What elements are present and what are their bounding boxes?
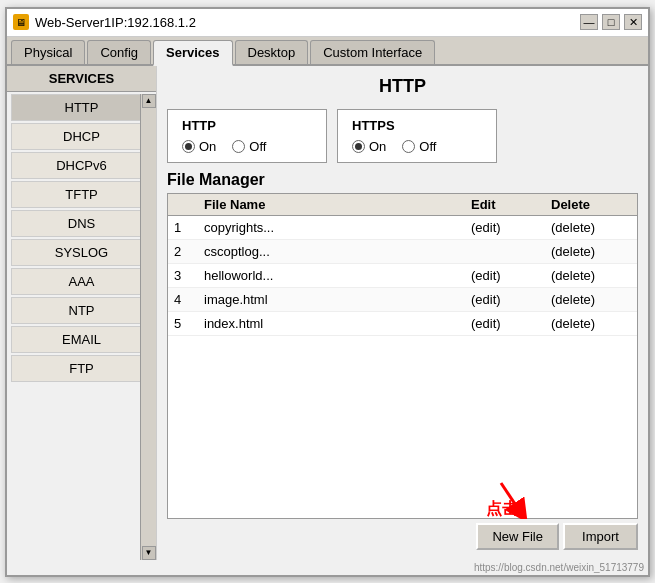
http-off-radio[interactable] [232,140,245,153]
sidebar-item-email[interactable]: EMAIL [11,326,152,353]
minimize-button[interactable]: — [580,14,598,30]
sidebar-item-tftp[interactable]: TFTP [11,181,152,208]
sidebar-item-dhcp[interactable]: DHCP [11,123,152,150]
file-table-header: File Name Edit Delete [168,194,637,216]
arrow-icon [493,479,533,519]
https-on-option[interactable]: On [352,139,386,154]
title-controls: — □ ✕ [580,14,642,30]
row5-edit[interactable]: (edit) [471,316,551,331]
table-row: 3 helloworld... (edit) (delete) [168,264,637,288]
row3-num: 3 [174,268,204,283]
service-panel: HTTP HTTP On Off [157,66,648,560]
sidebar-item-aaa[interactable]: AAA [11,268,152,295]
file-table: File Name Edit Delete 1 copyrights... (e… [167,193,638,519]
row3-delete[interactable]: (delete) [551,268,631,283]
file-manager-title: File Manager [167,171,638,189]
main-window: 🖥 Web-Server1IP:192.168.1.2 — □ ✕ Physic… [5,7,650,577]
sidebar: SERVICES HTTP DHCP DHCPv6 TFTP DNS SYSLO… [7,66,157,560]
col-num [174,197,204,212]
tab-physical[interactable]: Physical [11,40,85,64]
arrow-container [493,479,533,522]
https-on-radio[interactable] [352,140,365,153]
row1-edit[interactable]: (edit) [471,220,551,235]
scroll-down-button[interactable]: ▼ [142,546,156,560]
sidebar-item-http[interactable]: HTTP [11,94,152,121]
title-bar: 🖥 Web-Server1IP:192.168.1.2 — □ ✕ [7,9,648,37]
row4-num: 4 [174,292,204,307]
https-on-label: On [369,139,386,154]
table-row: 4 image.html (edit) (delete) [168,288,637,312]
import-button[interactable]: Import [563,523,638,550]
col-edit: Edit [471,197,551,212]
col-delete: Delete [551,197,631,212]
https-label: HTTPS [352,118,482,133]
table-row: 5 index.html (edit) (delete) [168,312,637,336]
panel-title: HTTP [167,76,638,97]
tab-custom-interface[interactable]: Custom Interface [310,40,435,64]
tab-services[interactable]: Services [153,40,233,66]
window-title: Web-Server1IP:192.168.1.2 [35,15,196,30]
http-on-option[interactable]: On [182,139,216,154]
row5-delete[interactable]: (delete) [551,316,631,331]
row4-edit[interactable]: (edit) [471,292,551,307]
http-label: HTTP [182,118,312,133]
https-box: HTTPS On Off [337,109,497,163]
row4-name: image.html [204,292,471,307]
bottom-section: 点击 New File Import [167,519,638,550]
svg-line-1 [501,483,521,513]
row5-name: index.html [204,316,471,331]
sidebar-header: SERVICES [7,66,156,92]
http-radio-group: On Off [182,139,312,154]
http-box: HTTP On Off [167,109,327,163]
row3-name: helloworld... [204,268,471,283]
scroll-track [142,108,156,546]
https-off-option[interactable]: Off [402,139,436,154]
sidebar-item-dhcpv6[interactable]: DHCPv6 [11,152,152,179]
https-radio-group: On Off [352,139,482,154]
table-row: 1 copyrights... (edit) (delete) [168,216,637,240]
watermark: https://blog.csdn.net/weixin_51713779 [7,560,648,575]
row3-edit[interactable]: (edit) [471,268,551,283]
close-button[interactable]: ✕ [624,14,642,30]
file-manager-section: File Manager File Name Edit Delete 1 cop… [167,171,638,550]
row5-num: 5 [174,316,204,331]
window-icon: 🖥 [13,14,29,30]
sidebar-item-syslog[interactable]: SYSLOG [11,239,152,266]
sidebar-scrollbar: ▲ ▼ [140,94,156,560]
main-content: SERVICES HTTP DHCP DHCPv6 TFTP DNS SYSLO… [7,66,648,560]
http-on-radio[interactable] [182,140,195,153]
http-on-label: On [199,139,216,154]
row4-delete[interactable]: (delete) [551,292,631,307]
https-off-label: Off [419,139,436,154]
http-off-label: Off [249,139,266,154]
tab-config[interactable]: Config [87,40,151,64]
sidebar-items: HTTP DHCP DHCPv6 TFTP DNS SYSLOG AAA NTP… [7,92,156,560]
new-file-button[interactable]: New File [476,523,559,550]
tab-desktop[interactable]: Desktop [235,40,309,64]
col-filename: File Name [204,197,471,212]
row1-delete[interactable]: (delete) [551,220,631,235]
tabs-bar: Physical Config Services Desktop Custom … [7,37,648,66]
http-off-option[interactable]: Off [232,139,266,154]
sidebar-item-ntp[interactable]: NTP [11,297,152,324]
row2-delete[interactable]: (delete) [551,244,631,259]
row2-num: 2 [174,244,204,259]
maximize-button[interactable]: □ [602,14,620,30]
row2-name: cscoptlog... [204,244,471,259]
protocol-row: HTTP On Off HTTPS [167,109,638,163]
row1-name: copyrights... [204,220,471,235]
sidebar-item-ftp[interactable]: FTP [11,355,152,382]
scroll-up-button[interactable]: ▲ [142,94,156,108]
https-off-radio[interactable] [402,140,415,153]
row1-num: 1 [174,220,204,235]
title-bar-left: 🖥 Web-Server1IP:192.168.1.2 [13,14,196,30]
table-row: 2 cscoptlog... (delete) [168,240,637,264]
sidebar-item-dns[interactable]: DNS [11,210,152,237]
